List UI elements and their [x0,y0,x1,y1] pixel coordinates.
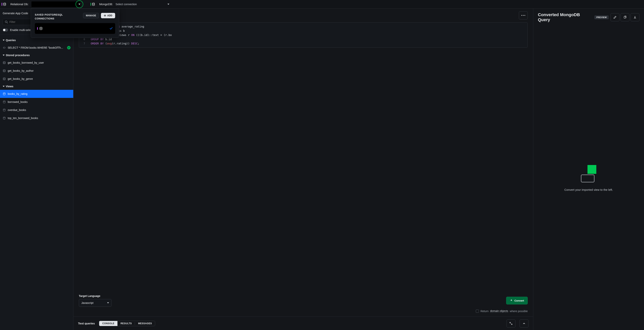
download-button[interactable] [630,13,640,21]
target-language-label: Target Language [79,294,112,298]
convert-button[interactable]: Convert [506,297,528,304]
collapse-panel-button[interactable] [520,320,528,328]
chevron-down-icon [107,302,109,304]
multi-select-label: Enable multi-select [10,28,33,32]
connection-bar: Relational Db: MongoDB: Select connectio… [0,0,644,8]
view-item[interactable]: top_ten_borrowed_books [0,114,73,122]
stored-procedure-item[interactable]: get_books_by_genre [0,75,73,83]
relational-db-select[interactable] [31,1,81,7]
kebab-icon [521,15,525,16]
return-domain-objects-checkbox[interactable] [476,310,479,313]
view-icon [3,109,6,111]
preview-badge: PREVIEW [594,16,609,19]
relational-db-label: Relational Db: [10,2,28,6]
stored-procedure-item[interactable]: get_books_borrowed_by_user [0,59,73,67]
code-line: 4 FROM (library.books b [79,29,528,33]
workspace: Generate App Code Enable multi-select Qu… [0,8,644,330]
sql-editor[interactable]: 3 avg(r.rating) AS average_rating4 FROM … [79,22,528,48]
tab-generate-app-code[interactable]: Generate App Code [3,10,28,17]
mongodb-icon [90,3,95,6]
chevron-up-icon [522,322,526,325]
relational-db-icon [2,3,6,6]
bottom-bar: Test queries CONSOLE RESULTS MESSAGES [74,316,533,330]
mongodb-label: MongoDB: [99,2,113,6]
pencil-icon [614,16,616,19]
plus-icon [104,14,106,17]
panes: 3 avg(r.rating) AS average_rating4 FROM … [74,8,644,330]
status-ok-icon [67,46,70,50]
view-item[interactable]: overdue_books [0,106,73,114]
empty-state-text: Convert your imported view to the left. [564,188,613,191]
edit-button[interactable] [610,13,620,21]
svg-point-8 [3,101,6,102]
code-line: 3 avg(r.rating) AS average_rating [79,24,528,29]
popover-title: SAVED POSTGRESQL CONNECTIONS [35,13,73,20]
code-icon [3,46,6,49]
code-line: 5 JOIN library.reviews r ON (((b.id)::te… [79,33,528,37]
convert-block: Target Language Javascript Convert Retur… [79,290,528,316]
view-item-books-by-rating[interactable]: books_by_rating [0,90,73,98]
manage-connections-button[interactable]: MANAGE [83,13,99,18]
download-icon [634,16,636,19]
code-line: 7 ORDER BY (avg(r.rating)) DESC; [79,41,528,46]
caret-down-icon [3,40,4,41]
copy-icon [624,16,626,19]
svg-point-0 [4,3,6,4]
view-item[interactable]: borrowed_books [0,98,73,106]
right-pane: Converted MongoDB Query PREVIEW [533,8,644,330]
svg-point-2 [40,27,42,28]
view-icon [3,100,6,103]
procedure-icon [3,78,6,80]
multi-select-toggle[interactable] [3,28,8,32]
stored-procedure-item[interactable]: get_books_by_author [0,67,73,75]
expand-panel-button[interactable] [506,320,516,328]
more-options-button[interactable] [519,11,528,20]
group-stored-procedures[interactable]: Stored procedures [0,52,73,59]
tab-results[interactable]: RESULTS [118,321,135,326]
svg-point-1 [92,3,94,4]
sidebar: Generate App Code Enable multi-select Qu… [0,8,74,330]
highlight-ring-icon [76,0,83,8]
procedure-icon [3,61,6,64]
svg-rect-11 [624,16,626,18]
caret-down-icon [3,54,4,56]
query-item[interactable]: SELECT * FROM books WHERE "bookOfTh... [0,44,73,52]
group-views[interactable]: Views [0,83,73,90]
add-connection-button[interactable]: ADD [101,13,115,18]
copy-button[interactable] [620,13,630,21]
connection-row[interactable] [35,23,115,34]
mongodb-value: Select connection [116,3,137,6]
target-language-select[interactable]: Javascript [79,299,112,307]
check-icon [110,27,113,30]
saved-connections-popover: SAVED POSTGRESQL CONNECTIONS MANAGE ADD [31,8,119,38]
svg-point-9 [3,109,6,110]
caret-down-icon [3,86,4,87]
tab-messages[interactable]: MESSAGES [135,321,155,326]
converted-query-title: Converted MongoDB Query [538,12,592,22]
mongodb-select[interactable]: Select connection [116,3,169,6]
return-domain-objects-row: Return domain objects where possible [79,310,528,313]
postgres-icon [37,27,38,30]
empty-state-illustration [581,165,596,182]
view-icon [3,117,6,120]
code-line: 6 GROUP BY b.id [79,37,528,41]
middle-pane: 3 avg(r.rating) AS average_rating4 FROM … [74,8,533,330]
test-queries-label: Test queries [78,322,95,325]
sparkle-icon [510,299,513,302]
chevron-down-icon [168,4,169,5]
database-icon [40,27,42,30]
svg-point-7 [3,93,6,94]
domain-objects-link[interactable]: domain objects [490,310,508,313]
svg-point-10 [3,117,6,118]
bottom-tabs: CONSOLE RESULTS MESSAGES [99,321,155,326]
view-icon [3,92,6,95]
object-tree: Queries SELECT * FROM books WHERE "bookO… [0,35,73,330]
expand-icon [510,322,512,325]
tab-console[interactable]: CONSOLE [99,321,118,326]
search-icon [5,20,8,24]
procedure-icon [3,70,6,72]
